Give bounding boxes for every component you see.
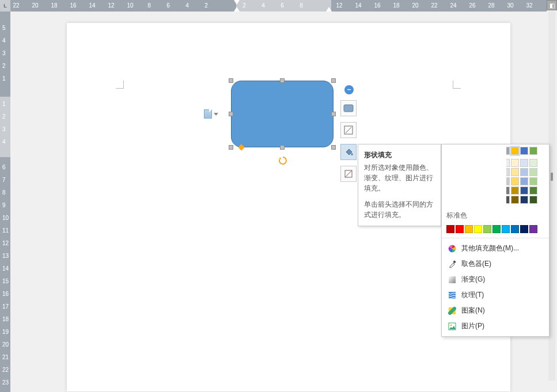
resize-handle-se[interactable] [331,145,336,150]
standard-color-swatch[interactable] [520,225,528,233]
standard-color-swatch[interactable] [529,225,537,233]
theme-color-swatch[interactable] [502,187,510,195]
vertical-ruler[interactable]: 5432112346789101112131415161718192021222… [0,12,10,392]
right-indent-marker[interactable] [326,7,332,12]
resize-handle-n[interactable] [280,78,285,83]
resize-handle-sw[interactable] [229,145,233,150]
standard-color-swatch[interactable] [502,225,510,233]
pattern-item[interactable]: 图案(N) [442,303,549,318]
theme-color-swatch[interactable] [474,177,482,185]
document-page[interactable]: – 形状填充 对所选对象使用颜色、渐变、纹理、图片进行填充。 单击箭头选择不同的… [67,23,510,391]
theme-color-swatch[interactable] [492,177,501,185]
theme-color-swatch[interactable] [502,177,510,185]
first-line-indent-marker[interactable] [234,0,240,5]
theme-color-swatch[interactable] [520,177,528,185]
theme-color-swatch[interactable] [474,168,482,176]
theme-color-swatch[interactable] [483,187,491,195]
theme-color-swatch[interactable] [456,147,464,155]
theme-color-swatch[interactable] [446,147,454,155]
standard-color-swatch[interactable] [465,225,473,233]
resize-handle-ne[interactable] [331,78,336,83]
gradient-item[interactable]: 渐变(G) [442,272,549,287]
resize-handle-s[interactable] [280,145,285,150]
rotate-handle[interactable] [279,157,286,163]
theme-color-swatch[interactable] [492,168,501,176]
theme-color-swatch[interactable] [483,147,491,155]
theme-color-swatch[interactable] [483,196,491,204]
shape-outline-button[interactable] [340,166,357,182]
theme-color-swatch[interactable] [511,159,519,167]
theme-color-swatch[interactable] [529,196,537,204]
rounded-rectangle-shape[interactable] [231,81,334,147]
theme-color-swatch[interactable] [520,147,528,155]
horizontal-ruler[interactable]: L 22201816141210864224681214161820222426… [0,0,547,12]
theme-color-swatch[interactable] [465,147,473,155]
picture-item[interactable]: 图片(P) [442,318,549,334]
theme-color-swatch[interactable] [520,187,528,195]
theme-color-swatch[interactable] [465,177,473,185]
resize-handle-w[interactable] [229,112,233,116]
eyedropper-item[interactable]: 取色器(E) [442,256,549,272]
theme-color-swatch[interactable] [465,159,473,167]
resize-handle-e[interactable] [331,112,336,116]
theme-color-swatch[interactable] [465,187,473,195]
theme-color-swatch[interactable] [483,159,491,167]
theme-color-swatch[interactable] [492,196,501,204]
theme-color-swatch[interactable] [465,196,473,204]
theme-color-swatch[interactable] [474,159,482,167]
theme-color-swatch[interactable] [502,196,510,204]
texture-item[interactable]: 纹理(T) [442,287,549,303]
theme-color-swatch[interactable] [446,159,454,167]
ruler-origin-button[interactable]: L [0,0,10,12]
standard-color-swatch[interactable] [456,225,464,233]
shape-fill-button[interactable] [340,144,357,160]
resize-handle-nw[interactable] [229,78,233,83]
theme-color-swatch[interactable] [511,177,519,185]
theme-color-swatch[interactable] [456,196,464,204]
theme-color-swatch[interactable] [456,168,464,176]
theme-color-swatch[interactable] [502,147,510,155]
theme-color-swatch[interactable] [474,187,482,195]
theme-color-swatch[interactable] [520,168,528,176]
theme-color-swatch[interactable] [511,147,519,155]
theme-color-swatch[interactable] [446,196,454,204]
more-fill-colors-item[interactable]: 其他填充颜色(M)... [442,241,549,256]
theme-color-swatch[interactable] [483,177,491,185]
theme-color-swatch[interactable] [483,168,491,176]
theme-color-swatch[interactable] [529,177,537,185]
theme-color-swatch[interactable] [502,168,510,176]
theme-color-swatch[interactable] [529,187,537,195]
theme-color-swatch[interactable] [465,168,473,176]
left-indent-marker[interactable] [234,7,240,12]
theme-color-swatch[interactable] [502,159,510,167]
theme-color-swatch[interactable] [474,147,482,155]
theme-color-swatch[interactable] [492,187,501,195]
theme-color-swatch[interactable] [492,159,501,167]
standard-color-swatch[interactable] [446,225,454,233]
standard-color-swatch[interactable] [474,225,482,233]
selected-shape[interactable] [231,81,334,147]
editing-canvas[interactable]: – 形状填充 对所选对象使用颜色、渐变、纹理、图片进行填充。 单击箭头选择不同的… [10,12,547,392]
theme-color-swatch[interactable] [492,147,501,155]
theme-color-swatch[interactable] [456,177,464,185]
theme-color-swatch[interactable] [446,168,454,176]
layout-options-button[interactable] [204,108,220,120]
standard-color-swatch[interactable] [492,225,501,233]
theme-color-swatch[interactable] [456,159,464,167]
standard-color-swatch[interactable] [483,225,491,233]
theme-color-swatch[interactable] [511,187,519,195]
theme-color-swatch[interactable] [456,187,464,195]
theme-color-swatch[interactable] [520,159,528,167]
collapse-toolbar-button[interactable]: – [344,85,354,94]
shape-styles-button[interactable] [340,100,357,116]
theme-color-swatch[interactable] [474,196,482,204]
theme-color-swatch[interactable] [511,168,519,176]
theme-color-swatch[interactable] [520,196,528,204]
theme-color-swatch[interactable] [529,159,537,167]
theme-color-swatch[interactable] [529,168,537,176]
standard-color-swatch[interactable] [511,225,519,233]
panel-toggle-icon[interactable]: ◧ [547,0,557,10]
theme-color-swatch[interactable] [529,147,537,155]
theme-color-swatch[interactable] [446,187,454,195]
theme-color-swatch[interactable] [446,177,454,185]
